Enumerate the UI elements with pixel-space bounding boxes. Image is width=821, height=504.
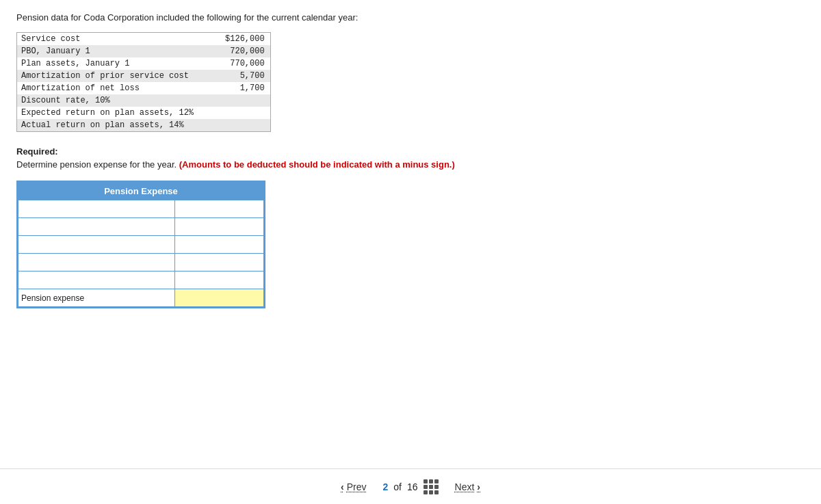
pension-expense-label: Pension expense — [18, 289, 175, 307]
pension-value-input[interactable] — [175, 254, 263, 271]
pension-row-value — [175, 236, 264, 254]
next-button[interactable]: Next › — [455, 481, 480, 492]
page-of: of — [393, 481, 402, 492]
data-row-value: 1,700 — [221, 82, 270, 94]
data-row-label: Discount rate, 10% — [17, 94, 221, 107]
prev-label: Prev — [347, 481, 367, 492]
instruction-text: Determine pension expense for the year. — [16, 159, 177, 170]
nav-footer: ‹ Prev 2 of 16 Next › — [0, 468, 821, 504]
pension-label-input[interactable] — [21, 218, 174, 235]
pension-row-label — [18, 236, 175, 254]
grid-dot — [423, 490, 428, 494]
page-info: 2 of 16 — [382, 479, 438, 494]
next-label: Next — [455, 481, 475, 492]
data-row-label: Service cost — [17, 33, 221, 45]
data-row-label: Amortization of net loss — [17, 82, 221, 94]
pension-row-label — [18, 200, 175, 218]
data-row-label: Plan assets, January 1 — [17, 57, 221, 70]
prev-chevron-icon: ‹ — [341, 481, 344, 492]
grid-dot — [423, 479, 428, 483]
grid-dot — [423, 485, 428, 489]
data-row-label: Expected return on plan assets, 12% — [17, 107, 221, 119]
pension-label-input[interactable] — [21, 200, 174, 217]
data-table-wrapper: Service cost$126,000PBO, January 1720,00… — [16, 32, 271, 132]
pension-table-wrapper: Pension Expense Pension expense — [16, 181, 265, 308]
grid-dot — [434, 479, 439, 483]
pension-row-label — [18, 218, 175, 236]
required-section: Required: Determine pension expense for … — [16, 146, 805, 170]
grid-dot — [434, 490, 439, 494]
prev-button[interactable]: ‹ Prev — [341, 481, 366, 492]
pension-row-value — [175, 200, 264, 218]
pension-row-label — [18, 254, 175, 271]
main-content: Pension data for Coda Corporation includ… — [0, 0, 821, 317]
data-row-value — [221, 94, 270, 107]
data-row-label: Actual return on plan assets, 14% — [17, 119, 221, 131]
pension-expense-input[interactable] — [175, 289, 263, 306]
highlight-text: (Amounts to be deducted should be indica… — [179, 159, 455, 170]
current-page: 2 — [382, 481, 388, 492]
grid-dot — [429, 485, 433, 489]
grid-dot — [429, 479, 433, 483]
pension-label-input[interactable] — [21, 254, 174, 271]
data-row-value: 5,700 — [221, 70, 270, 82]
data-row-label: PBO, January 1 — [17, 45, 221, 57]
required-label: Required: — [16, 146, 805, 157]
data-row-value: 720,000 — [221, 45, 270, 57]
pension-value-input[interactable] — [175, 271, 263, 289]
data-row-value — [221, 107, 270, 119]
pension-label-input[interactable] — [21, 271, 174, 289]
pension-row-value — [175, 254, 264, 271]
pension-row-label — [18, 271, 175, 289]
data-row-value: $126,000 — [221, 33, 270, 45]
total-pages: 16 — [407, 481, 418, 492]
pension-table-header: Pension Expense — [18, 183, 264, 200]
next-chevron-icon: › — [477, 481, 480, 492]
grid-dot — [434, 485, 439, 489]
pension-value-input[interactable] — [175, 218, 263, 235]
data-table: Service cost$126,000PBO, January 1720,00… — [17, 33, 270, 131]
required-instruction: Determine pension expense for the year. … — [16, 159, 805, 170]
grid-dot — [429, 490, 433, 494]
pension-expense-table: Pension Expense Pension expense — [18, 182, 264, 307]
data-row-label: Amortization of prior service cost — [17, 70, 221, 82]
intro-text: Pension data for Coda Corporation includ… — [16, 12, 805, 23]
pension-expense-input-cell — [175, 289, 264, 307]
pension-row-value — [175, 218, 264, 236]
data-row-value: 770,000 — [221, 57, 270, 70]
pension-value-input[interactable] — [175, 236, 263, 253]
pension-label-input[interactable] — [21, 236, 174, 253]
pension-row-value — [175, 271, 264, 289]
grid-icon[interactable] — [423, 479, 439, 494]
data-row-value — [221, 119, 270, 131]
pension-value-input[interactable] — [175, 200, 263, 217]
